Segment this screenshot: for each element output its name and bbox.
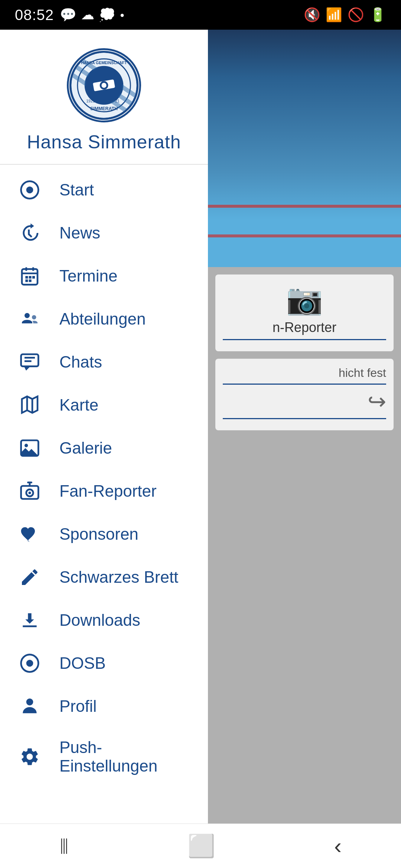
nav-list: Start News Termine Abteilungen xyxy=(0,165,208,868)
svg-point-41 xyxy=(26,698,33,706)
heart-icon xyxy=(19,523,41,545)
svg-rect-26 xyxy=(29,279,32,282)
dosb-icon xyxy=(19,652,41,674)
sidebar-item-label: Sponsoren xyxy=(59,525,138,543)
back-button[interactable]: ‹ xyxy=(334,833,342,859)
svg-point-28 xyxy=(32,315,36,320)
sidebar-item-label: Push-Einstellungen xyxy=(59,738,189,775)
sidebar-item-label: News xyxy=(59,224,100,242)
fan-reporter-section: 📷 n-Reporter xyxy=(215,274,394,351)
separator3 xyxy=(223,418,386,419)
sidebar-item-dosb[interactable]: DOSB xyxy=(0,642,208,685)
navigation-drawer: SIMMERATH 1921 21 HANSA GEMEINSCHAFT Han… xyxy=(0,0,208,868)
add-camera-icon xyxy=(19,480,41,502)
right-panel: 📷 n-Reporter hicht fest ↪ xyxy=(208,30,401,853)
separator xyxy=(223,339,386,340)
bottom-nav: ⦀ ⬜ ‹ xyxy=(0,823,401,868)
sidebar-item-fan-reporter[interactable]: Fan-Reporter xyxy=(0,470,208,513)
sidebar-item-galerie[interactable]: Galerie xyxy=(0,427,208,470)
sidebar-item-label: Chats xyxy=(59,353,102,371)
sidebar-item-label: Karte xyxy=(59,396,98,414)
no-entry-icon: 🚫 xyxy=(348,7,364,23)
right-panel-content: 📷 n-Reporter hicht fest ↪ xyxy=(208,267,401,853)
sidebar-item-karte[interactable]: Karte xyxy=(0,384,208,427)
sidebar-item-start[interactable]: Start xyxy=(0,168,208,211)
sidebar-item-label: Profil xyxy=(59,697,97,716)
image-icon xyxy=(19,437,41,459)
svg-rect-24 xyxy=(32,276,35,279)
sidebar-item-sponsoren[interactable]: Sponsoren xyxy=(0,513,208,556)
sidebar-item-label: Abteilungen xyxy=(59,310,146,328)
recents-button[interactable]: ⦀ xyxy=(59,833,69,859)
fan-reporter-label: n-Reporter xyxy=(223,320,386,335)
wifi-off-icon: 📶 xyxy=(326,7,342,23)
logo-svg: SIMMERATH 1921 21 HANSA GEMEINSCHAFT xyxy=(69,50,139,121)
sidebar-item-label: Galerie xyxy=(59,439,112,457)
club-logo: SIMMERATH 1921 21 HANSA GEMEINSCHAFT xyxy=(67,48,141,122)
logo-area: SIMMERATH 1921 21 HANSA GEMEINSCHAFT Han… xyxy=(0,30,208,165)
camera-icon: 📷 xyxy=(223,282,386,317)
svg-point-17 xyxy=(26,187,33,194)
sidebar-item-abteilungen[interactable]: Abteilungen xyxy=(0,297,208,341)
pool-lane-1 xyxy=(208,234,401,237)
nicht-fest-text: hicht fest xyxy=(223,366,386,380)
groups-icon xyxy=(19,308,41,330)
status-time: 08:52 xyxy=(15,7,54,23)
edit-icon xyxy=(19,566,41,588)
sidebar-item-push-einstellungen[interactable]: Push-Einstellungen xyxy=(0,728,208,786)
sidebar-item-chats[interactable]: Chats xyxy=(0,341,208,384)
svg-text:SIMMERATH: SIMMERATH xyxy=(90,106,118,111)
status-bar: 08:52 💬 ☁ 💭 ● 🔇 📶 🚫 🔋 xyxy=(0,0,401,30)
svg-point-27 xyxy=(25,313,30,318)
svg-point-38 xyxy=(29,491,31,494)
chat-icon xyxy=(19,351,41,373)
svg-rect-22 xyxy=(25,276,28,279)
sidebar-item-termine[interactable]: Termine xyxy=(0,254,208,297)
separator2 xyxy=(223,384,386,385)
settings-icon xyxy=(19,746,41,768)
battery-icon: 🔋 xyxy=(369,7,386,23)
home-button[interactable]: ⬜ xyxy=(188,833,215,859)
chat-icon: 💭 xyxy=(99,7,115,23)
sidebar-item-profil[interactable]: Profil xyxy=(0,685,208,728)
share-icon: ↪ xyxy=(223,388,386,414)
cloud-icon: ☁ xyxy=(81,7,94,23)
calendar-icon xyxy=(19,265,41,287)
sidebar-item-label: Downloads xyxy=(59,611,140,629)
sidebar-item-label: Termine xyxy=(59,267,118,285)
pool-image xyxy=(208,30,401,267)
message-icon: 💬 xyxy=(60,7,76,23)
map-icon xyxy=(19,394,41,416)
sidebar-item-label: Start xyxy=(59,181,94,199)
sidebar-item-label: Schwarzes Brett xyxy=(59,568,178,586)
nicht-fest-section: hicht fest ↪ xyxy=(215,359,394,430)
sidebar-item-schwarzes-brett[interactable]: Schwarzes Brett xyxy=(0,556,208,599)
svg-rect-23 xyxy=(29,276,32,279)
dot-icon: ● xyxy=(120,11,124,19)
svg-point-35 xyxy=(25,444,28,447)
svg-point-11 xyxy=(101,83,106,88)
svg-text:HANSA GEMEINSCHAFT: HANSA GEMEINSCHAFT xyxy=(81,61,127,65)
pool-lane-2 xyxy=(208,205,401,208)
app-title: Hansa Simmerath xyxy=(27,131,181,153)
history-icon xyxy=(19,222,41,244)
radio-button-icon xyxy=(19,179,41,201)
person-icon xyxy=(19,695,41,717)
sidebar-item-label: DOSB xyxy=(59,654,106,673)
download-icon xyxy=(19,609,41,631)
svg-text:21: 21 xyxy=(115,99,120,103)
svg-point-40 xyxy=(26,660,33,667)
svg-rect-25 xyxy=(25,279,28,282)
mute-icon: 🔇 xyxy=(304,7,320,23)
sidebar-item-news[interactable]: News xyxy=(0,211,208,254)
svg-text:1921: 1921 xyxy=(86,99,95,103)
sidebar-item-downloads[interactable]: Downloads xyxy=(0,599,208,642)
sidebar-item-label: Fan-Reporter xyxy=(59,482,157,500)
